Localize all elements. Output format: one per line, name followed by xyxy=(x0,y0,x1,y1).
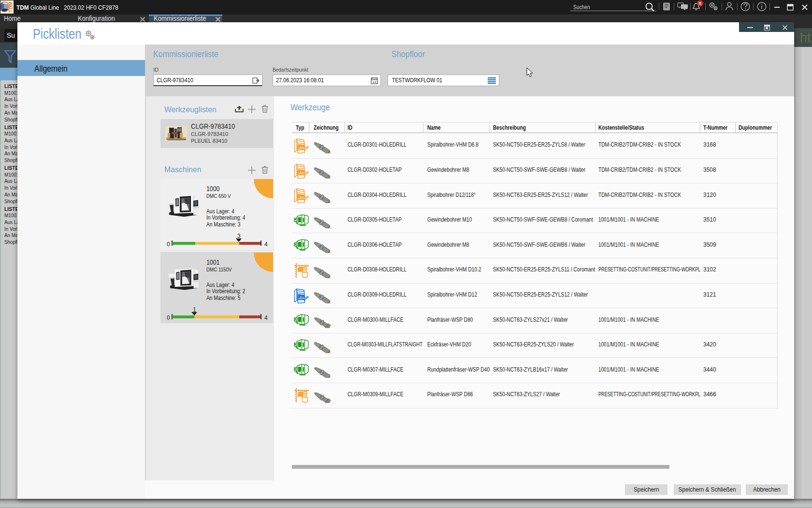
svg-text:8: 8 xyxy=(699,0,701,6)
svg-text:14: 14 xyxy=(373,80,377,84)
svg-text:TDM: TDM xyxy=(8,1,14,13)
